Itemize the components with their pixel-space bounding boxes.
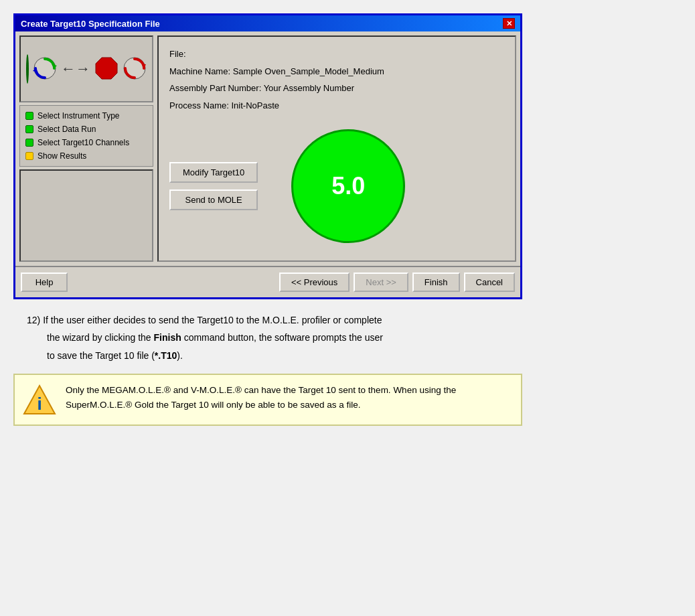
modify-target10-button[interactable]: Modify Target10 <box>169 162 258 183</box>
svg-marker-3 <box>96 58 117 79</box>
info-area: File: Machine Name: Sample Oven_Sample_M… <box>169 48 504 123</box>
description-text: 12) If the user either decides to send t… <box>27 313 522 327</box>
next-button: Next >> <box>354 273 408 292</box>
assembly-part: Assembly Part Number: Your Assembly Numb… <box>169 82 504 95</box>
step-label-1: Select Instrument Type <box>37 111 120 121</box>
step-number: 12) <box>27 315 40 325</box>
dialog-title: Create Target10 Specification File <box>21 19 160 29</box>
cancel-button[interactable]: Cancel <box>464 273 515 292</box>
description-area: 12) If the user either decides to send t… <box>13 313 522 363</box>
nav-bar: Help << Previous Next >> Finish Cancel <box>15 266 520 297</box>
desc-text5: ). <box>177 350 183 361</box>
help-button[interactable]: Help <box>21 273 68 292</box>
content-area: Modify Target10 Send to MOLE 5.0 <box>169 123 504 250</box>
finish-button[interactable]: Finish <box>412 273 460 292</box>
step-label-3: Select Target10 Channels <box>37 138 129 147</box>
process-name: Process Name: Init-NoPaste <box>169 99 504 112</box>
refresh-target-icon <box>123 56 147 82</box>
green-circle-icon <box>26 54 29 84</box>
stop-octagon-icon <box>94 56 119 82</box>
dialog-window: Create Target10 Specification File ✕ <box>13 13 522 299</box>
close-button[interactable]: ✕ <box>503 18 515 29</box>
desc-text1: If the user either decides to send the T… <box>43 315 382 325</box>
step-dot-2 <box>25 125 33 133</box>
step-label-4: Show Results <box>37 151 86 161</box>
left-panel: ←→ <box>19 35 153 262</box>
step-dot-3 <box>25 139 33 147</box>
desc-text2: the wizard by clicking the <box>47 332 154 343</box>
score-circle: 5.0 <box>291 129 405 243</box>
warning-text: Only the MEGAM.O.L.E.® and V-M.O.L.E.® c… <box>66 383 513 412</box>
warning-box: i Only the MEGAM.O.L.E.® and V-M.O.L.E.®… <box>13 374 522 426</box>
step-item-4: Show Results <box>25 151 147 161</box>
steps-list: Select Instrument Type Select Data Run S… <box>19 105 153 167</box>
step-item-3: Select Target10 Channels <box>25 138 147 147</box>
step-dot-1 <box>25 112 33 120</box>
arrow-icon: ←→ <box>61 60 90 78</box>
title-bar: Create Target10 Specification File ✕ <box>15 15 520 31</box>
desc-text4: to save the Target 10 file ( <box>47 350 155 361</box>
previous-button[interactable]: << Previous <box>279 273 350 292</box>
file-label: File: <box>169 48 504 61</box>
description-line3: to save the Target 10 file (*.T10). <box>27 348 522 363</box>
svg-text:i: i <box>37 394 42 414</box>
finish-word: Finish <box>154 332 181 343</box>
desc-text3: command button, the software prompts the… <box>181 332 383 343</box>
icon-area: ←→ <box>19 35 153 102</box>
dialog-body: ←→ <box>15 31 520 266</box>
left-bottom-area <box>19 169 153 262</box>
send-to-mole-button[interactable]: Send to MOLE <box>169 189 258 210</box>
step-item-1: Select Instrument Type <box>25 111 147 121</box>
spin-arrows-icon <box>33 56 57 82</box>
file-ext: *.T10 <box>155 350 177 361</box>
action-buttons: Modify Target10 Send to MOLE <box>169 162 258 210</box>
machine-name: Machine Name: Sample Oven_Sample_Model_M… <box>169 65 504 78</box>
warning-triangle-icon: i <box>23 383 56 416</box>
step-label-2: Select Data Run <box>37 125 96 134</box>
description-line2: the wizard by clicking the Finish comman… <box>27 330 522 345</box>
score-value: 5.0 <box>331 172 365 200</box>
step-item-2: Select Data Run <box>25 125 147 134</box>
right-panel: File: Machine Name: Sample Oven_Sample_M… <box>157 35 516 262</box>
step-dot-4 <box>25 152 33 160</box>
